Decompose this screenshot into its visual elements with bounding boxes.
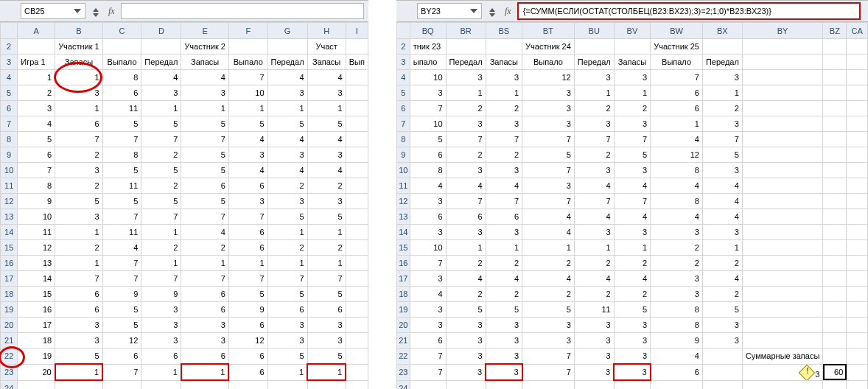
cell[interactable]	[346, 225, 368, 240]
cell[interactable]: 7	[446, 194, 486, 209]
cell[interactable]: 6	[55, 287, 103, 302]
cell[interactable]: 2	[181, 240, 229, 256]
name-box[interactable]: BY23	[417, 3, 482, 19]
cell[interactable]: 6	[228, 364, 267, 380]
cell[interactable]: 19	[18, 348, 55, 365]
cell[interactable]: 5	[228, 287, 267, 302]
row-header-2[interactable]: 2	[1, 39, 18, 55]
cell[interactable]: 3	[614, 225, 650, 240]
cell[interactable]	[651, 380, 703, 389]
cell[interactable]	[847, 256, 868, 271]
cell[interactable]: 2	[614, 256, 650, 271]
row-header-21[interactable]: 21	[397, 333, 410, 348]
cell[interactable]: 2	[614, 101, 650, 116]
cell[interactable]: 1	[446, 85, 486, 101]
cell[interactable]: 6	[228, 318, 267, 333]
cell[interactable]	[346, 85, 368, 101]
corner-cell[interactable]	[397, 23, 410, 39]
cell[interactable]: 7	[55, 132, 103, 147]
cell[interactable]: 2	[55, 147, 103, 163]
cell[interactable]: 3	[522, 333, 575, 348]
col-header-E[interactable]: E	[181, 23, 229, 39]
row-header-5[interactable]: 5	[1, 85, 18, 101]
cell[interactable]: 10	[410, 116, 446, 132]
cell[interactable]: 3	[446, 348, 486, 365]
cell[interactable]: 1	[228, 256, 267, 271]
row-header-11[interactable]: 11	[1, 178, 18, 194]
cell[interactable]: 4	[486, 271, 522, 287]
cell[interactable]	[346, 163, 368, 178]
cell[interactable]: 1	[702, 85, 742, 101]
col-header-BW[interactable]: BW	[651, 23, 703, 39]
cell[interactable]: 2	[574, 147, 614, 163]
cell[interactable]	[847, 147, 868, 163]
cell[interactable]: 60	[823, 364, 847, 380]
cell[interactable]	[742, 116, 822, 132]
cell[interactable]: 1	[141, 225, 181, 240]
cell[interactable]: 8	[410, 163, 446, 178]
cell[interactable]: 3	[486, 163, 522, 178]
row-header-7[interactable]: 7	[397, 116, 410, 132]
cell[interactable]	[823, 380, 847, 389]
cell[interactable]: 4	[410, 287, 446, 302]
cell[interactable]: 3	[614, 348, 650, 365]
row-header-9[interactable]: 9	[1, 147, 18, 163]
col-header-BZ[interactable]: BZ	[823, 23, 847, 39]
cell[interactable]: 2	[307, 240, 346, 256]
cell[interactable]: 3	[267, 318, 307, 333]
cell[interactable]: 6	[102, 348, 141, 365]
cell[interactable]	[346, 348, 368, 365]
cell[interactable]: 5	[486, 302, 522, 318]
cell[interactable]: 7	[102, 271, 141, 287]
row-header-22[interactable]: 22	[1, 348, 18, 365]
cell[interactable]: 1	[307, 364, 346, 380]
cell[interactable]: 1	[181, 364, 229, 380]
cell[interactable]	[847, 194, 868, 209]
cell[interactable]	[702, 364, 742, 380]
cell[interactable]: 5	[522, 302, 575, 318]
cell[interactable]: 5	[102, 163, 141, 178]
cell[interactable]: 3	[55, 85, 103, 101]
cell[interactable]: 3	[522, 318, 575, 333]
cell[interactable]: 8	[651, 302, 703, 318]
cell[interactable]: 6	[18, 147, 55, 163]
cell[interactable]	[410, 380, 446, 389]
col-header-C[interactable]: C	[102, 23, 141, 39]
row-header-2[interactable]: 2	[397, 39, 410, 55]
cell[interactable]: 1	[55, 364, 103, 380]
row-header-15[interactable]: 15	[397, 240, 410, 256]
cell[interactable]: 3	[55, 318, 103, 333]
cell[interactable]: 2	[18, 85, 55, 101]
cell[interactable]	[267, 380, 307, 389]
cell[interactable]: 2	[702, 256, 742, 271]
cell[interactable]: 4	[614, 178, 650, 194]
cell[interactable]: 3	[486, 225, 522, 240]
cell[interactable]: 7	[574, 132, 614, 147]
cell[interactable]: 9	[228, 302, 267, 318]
cell[interactable]	[307, 380, 346, 389]
cell[interactable]: 3	[410, 225, 446, 240]
cell[interactable]: 7	[181, 132, 229, 147]
cell[interactable]: 5	[307, 209, 346, 225]
cell[interactable]	[742, 85, 822, 101]
cell[interactable]	[181, 380, 229, 389]
cell[interactable]: 1	[614, 240, 650, 256]
cell[interactable]: 1	[307, 225, 346, 240]
cell[interactable]: 3	[55, 209, 103, 225]
cell[interactable]: 3	[651, 225, 703, 240]
cell[interactable]	[346, 70, 368, 85]
cell[interactable]	[346, 116, 368, 132]
cell[interactable]: 3	[307, 147, 346, 163]
cell[interactable]: 5	[102, 302, 141, 318]
cell[interactable]	[847, 302, 868, 318]
col-header-BX[interactable]: BX	[702, 23, 742, 39]
cell[interactable]: 7	[574, 194, 614, 209]
cell[interactable]: 3	[446, 318, 486, 333]
cell[interactable]	[823, 333, 847, 348]
cell[interactable]: 2	[446, 287, 486, 302]
cell[interactable]	[346, 240, 368, 256]
cell[interactable]	[823, 178, 847, 194]
cell[interactable]: 7	[267, 271, 307, 287]
cell[interactable]: 4	[446, 178, 486, 194]
cell[interactable]: 1	[522, 240, 575, 256]
